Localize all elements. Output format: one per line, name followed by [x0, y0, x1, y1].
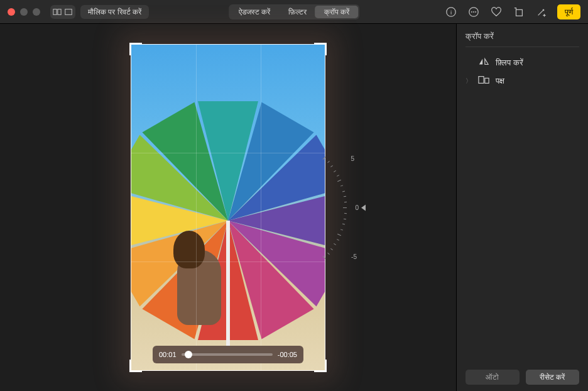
content: 00:01 -00:05 5 0 -5 क्रॉप करें फ़्लिप कर…	[0, 24, 588, 391]
video-trim-bar[interactable]: 00:01 -00:05	[153, 346, 303, 363]
minimize-window-button[interactable]	[20, 8, 28, 16]
dial-center-label: 0	[355, 204, 359, 211]
tab-adjust[interactable]: ऐडजस्ट करें	[230, 6, 279, 18]
aspect-row[interactable]: 〉 पक्ष	[466, 72, 579, 90]
edit-tabs: ऐडजस्ट करें फ़िल्टर क्रॉप करें	[229, 4, 359, 19]
titlebar: मौलिक पर रिवर्ट करें ऐडजस्ट करें फ़िल्टर…	[0, 0, 588, 24]
auto-enhance-icon[interactable]	[535, 5, 548, 19]
auto-button[interactable]: ऑटो	[466, 370, 520, 385]
split-view-icon	[52, 6, 63, 18]
crop-sidebar: क्रॉप करें फ़्लिप करें 〉 पक्ष ऑटो रीसेट …	[456, 24, 588, 391]
view-mode-toggle[interactable]	[50, 5, 75, 19]
trim-current-time: 00:01	[159, 351, 177, 358]
tab-filters[interactable]: फ़िल्टर	[280, 6, 315, 18]
info-icon[interactable]: i	[444, 5, 458, 19]
straighten-dial[interactable]: 5 0 -5	[290, 126, 366, 289]
aspect-label: पक्ष	[496, 76, 504, 86]
svg-point-6	[471, 11, 472, 13]
dial-lower-label: -5	[351, 253, 357, 260]
person-figure	[177, 250, 221, 325]
toolbar-right: i पूर्ण	[444, 4, 580, 19]
svg-rect-0	[53, 9, 57, 14]
trim-remaining-time: -00:05	[278, 351, 297, 358]
svg-point-7	[473, 11, 474, 13]
done-button[interactable]: पूर्ण	[557, 4, 580, 19]
svg-point-8	[475, 11, 476, 13]
more-icon[interactable]	[467, 5, 481, 19]
sidebar-footer: ऑटो रीसेट करें	[466, 370, 579, 385]
dial-pointer-icon	[361, 204, 366, 211]
svg-rect-2	[65, 9, 72, 14]
fullscreen-window-button[interactable]	[33, 8, 40, 16]
svg-rect-10	[479, 77, 484, 84]
reset-button[interactable]: रीसेट करें	[526, 370, 580, 385]
svg-rect-11	[485, 78, 489, 83]
canvas-area: 00:01 -00:05 5 0 -5	[0, 24, 456, 391]
favorite-icon[interactable]	[489, 5, 503, 19]
dial-center: 0	[355, 204, 366, 211]
revert-to-original-button[interactable]: मौलिक पर रिवर्ट करें	[80, 5, 149, 19]
tab-crop[interactable]: क्रॉप करें	[315, 6, 358, 18]
svg-rect-9	[516, 9, 523, 16]
umbrella-pole	[226, 221, 230, 346]
svg-rect-1	[58, 9, 61, 14]
window-controls	[8, 8, 40, 16]
sidebar-title: क्रॉप करें	[466, 31, 579, 47]
trim-playhead[interactable]	[185, 351, 192, 358]
close-window-button[interactable]	[8, 8, 15, 16]
single-view-icon	[63, 6, 74, 18]
rotate-icon[interactable]	[512, 5, 526, 19]
crop-stage[interactable]: 00:01 -00:05 5 0 -5	[131, 44, 325, 371]
flip-label: फ़्लिप करें	[496, 58, 523, 68]
aspect-icon	[478, 75, 489, 86]
flip-icon	[478, 57, 489, 68]
flip-row[interactable]: फ़्लिप करें	[466, 53, 579, 72]
trim-track[interactable]	[182, 353, 273, 356]
svg-text:i: i	[450, 8, 452, 15]
dial-upper-label: 5	[351, 155, 354, 162]
chevron-right-icon: 〉	[466, 77, 472, 85]
